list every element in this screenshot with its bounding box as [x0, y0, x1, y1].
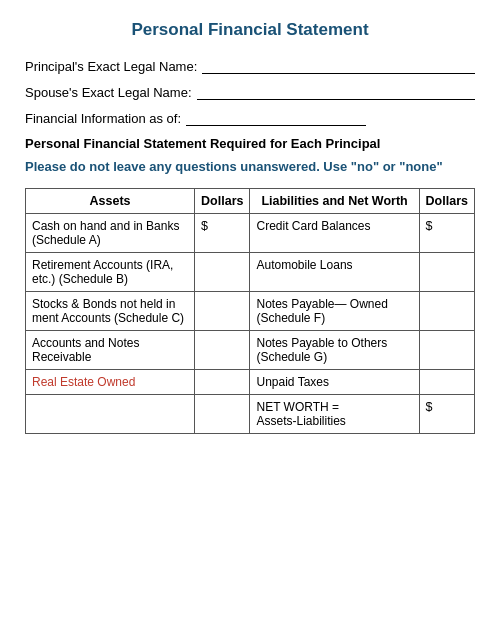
liability-cell: Automobile Loans — [250, 253, 419, 292]
bold-statement: Personal Financial Statement Required fo… — [25, 136, 475, 151]
asset-cell: Accounts and Notes Receivable — [26, 331, 195, 370]
liability-cell: Notes Payable to Others (Schedule G) — [250, 331, 419, 370]
principal-field: Principal's Exact Legal Name: — [25, 58, 475, 74]
page-title: Personal Financial Statement — [25, 20, 475, 40]
financial-info-label: Financial Information as of: — [25, 111, 181, 126]
asset-cell: Real Estate Owned — [26, 370, 195, 395]
asset-dollar-cell: $ — [195, 214, 250, 253]
liability-dollar-cell: $ — [419, 395, 474, 434]
financial-info-field: Financial Information as of: — [25, 110, 475, 126]
asset-dollar-cell — [195, 331, 250, 370]
principal-underline[interactable] — [202, 58, 475, 74]
liability-cell: Credit Card Balances — [250, 214, 419, 253]
asset-cell: Retirement Accounts (IRA, etc.) (Schedul… — [26, 253, 195, 292]
asset-dollar-cell — [195, 370, 250, 395]
asset-cell: Stocks & Bonds not held in ment Accounts… — [26, 292, 195, 331]
header-liabilities: Liabilities and Net Worth — [250, 189, 419, 214]
liability-dollar-cell — [419, 253, 474, 292]
liability-cell: Unpaid Taxes — [250, 370, 419, 395]
spouse-underline[interactable] — [197, 84, 475, 100]
liability-dollar-cell — [419, 292, 474, 331]
table-row: Accounts and Notes ReceivableNotes Payab… — [26, 331, 475, 370]
asset-dollar-cell — [195, 253, 250, 292]
principal-label: Principal's Exact Legal Name: — [25, 59, 197, 74]
header-dollars-left: Dollars — [195, 189, 250, 214]
spouse-field: Spouse's Exact Legal Name: — [25, 84, 475, 100]
financial-info-underline[interactable] — [186, 110, 366, 126]
financial-table: Assets Dollars Liabilities and Net Worth… — [25, 188, 475, 434]
liability-dollar-cell — [419, 370, 474, 395]
liability-dollar-cell — [419, 331, 474, 370]
table-row: NET WORTH = Assets-Liabilities$ — [26, 395, 475, 434]
liability-cell: Notes Payable— Owned (Schedule F) — [250, 292, 419, 331]
header-dollars-right: Dollars — [419, 189, 474, 214]
liability-cell: NET WORTH = Assets-Liabilities — [250, 395, 419, 434]
asset-cell: Cash on hand and in Banks (Schedule A) — [26, 214, 195, 253]
spouse-label: Spouse's Exact Legal Name: — [25, 85, 192, 100]
warning-text: Please do not leave any questions unansw… — [25, 159, 475, 174]
table-row: Cash on hand and in Banks (Schedule A)$C… — [26, 214, 475, 253]
table-row: Stocks & Bonds not held in ment Accounts… — [26, 292, 475, 331]
asset-dollar-cell — [195, 395, 250, 434]
liability-dollar-cell: $ — [419, 214, 474, 253]
asset-cell — [26, 395, 195, 434]
table-row: Real Estate OwnedUnpaid Taxes — [26, 370, 475, 395]
header-assets: Assets — [26, 189, 195, 214]
asset-dollar-cell — [195, 292, 250, 331]
table-row: Retirement Accounts (IRA, etc.) (Schedul… — [26, 253, 475, 292]
